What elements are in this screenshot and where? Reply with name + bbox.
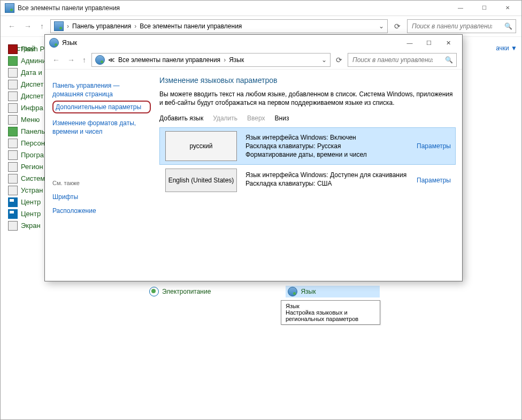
modal-title: Язык bbox=[62, 39, 77, 47]
cmd-up: Вверх bbox=[247, 114, 265, 122]
item-label: Диспет bbox=[21, 79, 43, 90]
item-icon bbox=[8, 68, 18, 78]
item-icon bbox=[8, 44, 18, 54]
outer-search-input[interactable] bbox=[411, 22, 493, 30]
item-icon bbox=[8, 209, 18, 219]
outer-breadcrumb[interactable]: › Панель управления › Все элементы панел… bbox=[50, 19, 388, 33]
language-options-link[interactable]: Параметры bbox=[412, 128, 455, 164]
modal-heading: Изменение языковых параметров bbox=[159, 76, 456, 85]
modal-main: Изменение языковых параметров Вы можете … bbox=[156, 70, 462, 278]
outer-titlebar: Все элементы панели управления — ☐ ✕ bbox=[1, 1, 521, 16]
close-button[interactable]: ✕ bbox=[496, 1, 519, 16]
crumb-2[interactable]: Все элементы панели управления bbox=[140, 22, 242, 30]
tooltip-title: Язык bbox=[286, 303, 375, 309]
sidebar-fonts-link[interactable]: Шрифты bbox=[52, 193, 151, 201]
chevron-down-icon[interactable]: ⌄ bbox=[321, 56, 327, 64]
modal-commands: Добавить язык Удалить Вверх Вниз bbox=[159, 114, 456, 122]
item-icon bbox=[8, 103, 18, 113]
search-icon[interactable]: 🔍 bbox=[445, 56, 453, 64]
search-icon[interactable]: 🔍 bbox=[504, 22, 512, 30]
refresh-icon[interactable]: ⟳ bbox=[334, 56, 344, 64]
outer-window: Все элементы панели управления — ☐ ✕ ← →… bbox=[0, 0, 522, 420]
sidebar-format-link[interactable]: Изменение форматов даты, времени и чисел bbox=[52, 119, 151, 136]
item-icon bbox=[8, 115, 18, 125]
item-icon bbox=[8, 162, 18, 172]
modal-breadcrumb[interactable]: ≪ Все элементы панели управления › Язык … bbox=[91, 53, 331, 67]
item-label: Центр bbox=[21, 196, 41, 208]
sidebar-advanced-link[interactable]: Дополнительные параметры bbox=[52, 101, 151, 113]
item-icon bbox=[8, 127, 18, 136]
item-label: Систем bbox=[21, 173, 45, 185]
item-label: Меню bbox=[21, 114, 40, 126]
minimize-button[interactable]: — bbox=[449, 1, 472, 16]
item-label: Регион bbox=[21, 161, 43, 173]
language-icon bbox=[49, 38, 59, 48]
language-options-link[interactable]: Параметры bbox=[412, 165, 455, 195]
item-icon bbox=[8, 174, 18, 184]
modal-titlebar: Язык — ☐ ✕ bbox=[45, 35, 462, 51]
item-label: Flash Pl bbox=[21, 43, 46, 55]
modal-search[interactable]: 🔍 bbox=[348, 53, 457, 67]
control-panel-icon bbox=[54, 21, 64, 31]
item-icon bbox=[8, 221, 18, 231]
language-icon bbox=[95, 55, 105, 65]
language-card[interactable]: English (United States) bbox=[165, 169, 237, 192]
up-icon[interactable]: ↑ bbox=[80, 55, 88, 65]
item-icon bbox=[8, 56, 18, 66]
forward-icon[interactable]: → bbox=[22, 21, 34, 32]
item-icon bbox=[8, 150, 18, 160]
power-icon bbox=[149, 287, 159, 296]
modal-minimize-button[interactable]: — bbox=[400, 37, 419, 49]
item-icon bbox=[8, 197, 18, 207]
sidebar-home-link[interactable]: Панель управления — домашняя страница bbox=[52, 81, 151, 98]
tooltip-body: Настройка языковых и региональных параме… bbox=[286, 309, 375, 322]
modal-search-input[interactable] bbox=[351, 56, 434, 64]
outer-title: Все элементы панели управления bbox=[18, 4, 120, 12]
modal-sidebar: Панель управления — домашняя страница До… bbox=[45, 70, 156, 278]
item-label: Програ bbox=[21, 149, 44, 161]
cmd-down[interactable]: Вниз bbox=[275, 114, 289, 122]
maximize-button[interactable]: ☐ bbox=[472, 1, 496, 16]
crumb-1[interactable]: Панель управления bbox=[72, 22, 131, 30]
extra-tiles: Электропитание Язык bbox=[149, 286, 380, 297]
modal-crumb-1[interactable]: Все элементы панели управления bbox=[118, 56, 220, 64]
language-icon bbox=[288, 287, 297, 296]
cmd-add[interactable]: Добавить язык bbox=[159, 114, 203, 122]
item-icon bbox=[8, 91, 18, 101]
modal-crumb-2[interactable]: Язык bbox=[229, 56, 244, 64]
language-row[interactable]: русскийЯзык интерфейса Windows: ВключенР… bbox=[159, 127, 456, 165]
forward-icon[interactable]: → bbox=[65, 55, 77, 65]
modal-maximize-button[interactable]: ☐ bbox=[419, 37, 439, 49]
language-info: Язык интерфейса Windows: ВключенРаскладк… bbox=[242, 128, 412, 164]
item-label: Центр bbox=[21, 208, 41, 220]
tooltip: Язык Настройка языковых и региональных п… bbox=[281, 300, 380, 325]
chevron-down-icon[interactable]: ⌄ bbox=[379, 22, 384, 30]
outer-search[interactable]: 🔍 bbox=[407, 19, 516, 33]
language-info: Язык интерфейса Windows: Доступен для ск… bbox=[242, 165, 412, 195]
item-label: Админи bbox=[21, 55, 46, 67]
back-icon[interactable]: ← bbox=[6, 21, 18, 32]
sidebar-location-link[interactable]: Расположение bbox=[52, 207, 151, 215]
item-label: Панель bbox=[21, 126, 45, 138]
control-panel-icon bbox=[5, 3, 14, 13]
modal-close-button[interactable]: ✕ bbox=[439, 37, 458, 49]
language-card[interactable]: русский bbox=[165, 131, 237, 161]
language-window: Язык — ☐ ✕ ← → ↑ ≪ Все элементы панели у… bbox=[44, 34, 463, 281]
item-icon bbox=[8, 186, 18, 195]
refresh-icon[interactable]: ⟳ bbox=[392, 22, 403, 30]
modal-navbar: ← → ↑ ≪ Все элементы панели управления ›… bbox=[45, 51, 462, 70]
item-label: Диспет bbox=[21, 90, 43, 102]
item-label: Экран bbox=[21, 220, 41, 232]
item-icon bbox=[8, 80, 18, 89]
modal-body: Панель управления — домашняя страница До… bbox=[45, 70, 462, 278]
cmd-remove: Удалить bbox=[213, 114, 237, 122]
sidebar-see-also: См. также bbox=[52, 179, 151, 187]
tile-language[interactable]: Язык bbox=[286, 286, 380, 297]
item-icon bbox=[8, 139, 18, 148]
modal-description: Вы можете вводить текст на любом языке, … bbox=[159, 90, 456, 107]
up-icon[interactable]: ↑ bbox=[38, 21, 46, 32]
back-icon[interactable]: ← bbox=[50, 55, 62, 65]
item-label: Устран bbox=[21, 185, 43, 196]
tile-power[interactable]: Электропитание bbox=[149, 286, 211, 297]
language-row[interactable]: English (United States)Язык интерфейса W… bbox=[159, 165, 456, 196]
